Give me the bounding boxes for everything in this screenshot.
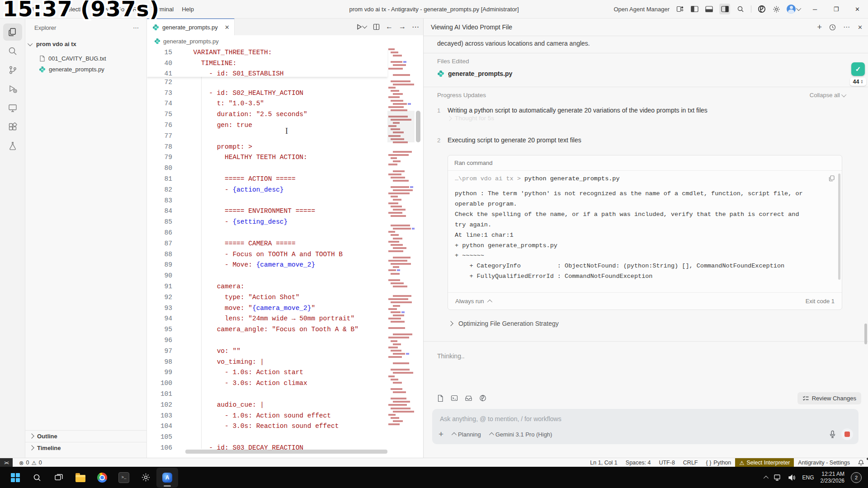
code-line[interactable]: 93 move: "{camera_move_2}" xyxy=(147,303,423,314)
add-context-icon[interactable]: + xyxy=(439,429,443,439)
progress-item[interactable]: 1 Writing a python script to automatical… xyxy=(437,107,845,114)
code-line[interactable]: 85 - {setting_desc} xyxy=(147,216,423,227)
timeline-section[interactable]: Timeline xyxy=(25,442,146,453)
code-line[interactable]: 41 - id: S01_ESTABLISH xyxy=(147,69,387,77)
progress-item[interactable]: 2 Executing script to generate 20 prompt… xyxy=(437,136,845,144)
code-line[interactable]: 88 - Focus on TOOTH A and TOOTH B xyxy=(147,249,423,260)
always-run-toggle[interactable]: Always run xyxy=(455,298,491,305)
indentation-status[interactable]: Spaces: 4 xyxy=(622,458,655,467)
settings-status[interactable]: Antigravity - Settings xyxy=(794,458,854,467)
search-icon[interactable] xyxy=(736,5,745,13)
microphone-icon[interactable] xyxy=(829,430,836,438)
code-line[interactable]: 105 xyxy=(147,432,423,442)
code-line[interactable]: 81 ===== ACTION ===== xyxy=(147,174,423,184)
antigravity-logo-icon[interactable] xyxy=(758,5,766,13)
card-scrollbar[interactable] xyxy=(838,174,840,280)
antigravity-logo-icon[interactable] xyxy=(479,394,486,402)
code-line[interactable]: 96 xyxy=(147,335,423,346)
go-back-icon[interactable]: ← xyxy=(386,23,393,31)
extensions-icon[interactable] xyxy=(3,118,22,136)
code-line[interactable]: 97 vo: "" xyxy=(147,346,423,357)
code-line[interactable]: 73 - id: S02_HEALTHY_ACTION xyxy=(147,88,423,99)
code-line[interactable]: 102 audio_cue: | xyxy=(147,399,423,410)
code-line[interactable]: 87 ===== CAMERA ===== xyxy=(147,238,423,249)
toggle-secondary-sidebar-icon[interactable] xyxy=(719,4,730,14)
task-view-button[interactable] xyxy=(48,468,70,488)
code-line[interactable]: 15 VARIANT_THREE_TEETH: xyxy=(147,47,387,58)
eol-status[interactable]: CRLF xyxy=(679,458,702,467)
menu-selection[interactable]: Selection xyxy=(59,4,91,14)
code-line[interactable]: 40 TIMELINE: xyxy=(147,58,387,69)
code-line[interactable]: 89 - Move: {camera_move_2} xyxy=(147,260,423,271)
code-line[interactable]: 79 HEALTHY TEETH ACTION: xyxy=(147,152,423,163)
horizontal-scrollbar[interactable] xyxy=(185,450,387,454)
overlay-widget[interactable]: ✓ 44 ▲▼ xyxy=(850,62,866,86)
problems-status[interactable]: ⊗0 ⚠0 xyxy=(19,460,42,466)
encoding-status[interactable]: UTF-8 xyxy=(655,458,679,467)
code-line[interactable]: 94 lens: "24mm wide → 50mm portrait" xyxy=(147,314,423,324)
minimize-button[interactable]: ─ xyxy=(804,0,826,18)
inbox-icon[interactable] xyxy=(465,394,472,402)
stop-button[interactable] xyxy=(841,428,853,440)
taskbar-search-button[interactable] xyxy=(26,468,48,488)
code-line[interactable]: 104 - 3.0s: Reaction sound effect xyxy=(147,421,423,432)
chat-input[interactable]: Ask anything, @ to mention, / for workfl… xyxy=(432,409,859,444)
copy-icon[interactable] xyxy=(829,175,835,182)
restore-button[interactable]: ❐ xyxy=(826,0,847,18)
clock[interactable]: 12:21 AM 2/23/2026 xyxy=(821,471,844,484)
notification-count-badge[interactable]: 2 xyxy=(851,472,862,483)
model-selector[interactable]: Gemini 3.1 Pro (High) xyxy=(489,431,552,438)
volume-icon[interactable] xyxy=(788,474,796,481)
language-status[interactable]: { } Python xyxy=(702,458,736,467)
run-python-file-button[interactable] xyxy=(356,23,367,30)
run-debug-icon[interactable] xyxy=(3,80,22,98)
menu-file[interactable]: File xyxy=(24,4,41,14)
notifications-bell-icon[interactable] xyxy=(854,458,868,467)
file-item-python[interactable]: generate_prompts.py xyxy=(25,64,146,75)
code-line[interactable]: 84 ===== ENVIRONMENT ===== xyxy=(147,206,423,217)
go-forward-icon[interactable]: → xyxy=(399,23,406,31)
close-button[interactable]: ✕ xyxy=(847,0,868,18)
split-editor-icon[interactable] xyxy=(373,23,380,30)
menu-terminal[interactable]: Terminal xyxy=(147,4,178,14)
new-file-icon[interactable] xyxy=(437,394,444,402)
collapse-all-button[interactable]: Collapse all xyxy=(810,92,846,99)
menu-view[interactable]: View xyxy=(92,4,113,14)
code-line[interactable]: 95 camera_angle: "Focus on Tooth A & B" xyxy=(147,324,423,335)
review-changes-button[interactable]: Review Changes xyxy=(797,392,861,404)
code-line[interactable]: 74 t: "1.0-3.5" xyxy=(147,99,423,109)
network-icon[interactable] xyxy=(774,474,782,481)
folder-root[interactable]: prom vdo ai tx xyxy=(29,41,76,47)
code-editor[interactable]: 7273 - id: S02_HEALTHY_ACTION74 t: "1.0-… xyxy=(147,47,423,458)
history-icon[interactable] xyxy=(829,24,836,31)
tray-expand-icon[interactable] xyxy=(763,475,768,480)
customize-layout-icon[interactable] xyxy=(676,5,684,13)
new-conversation-icon[interactable]: + xyxy=(817,23,822,32)
tab-generate-prompts[interactable]: generate_prompts.py ✕ xyxy=(147,18,235,35)
minimap-slider[interactable] xyxy=(387,111,415,142)
code-line[interactable]: 98 vo_timing: | xyxy=(147,357,423,367)
more-actions-icon[interactable]: ⋯ xyxy=(412,23,420,31)
antigravity-app-button[interactable]: A xyxy=(156,468,178,488)
code-line[interactable]: 99 - 1.0s: Action start xyxy=(147,367,423,378)
code-line[interactable]: 78 prompt: > xyxy=(147,141,423,152)
code-line[interactable]: 101 xyxy=(147,389,423,399)
toggle-panel-icon[interactable] xyxy=(705,5,713,13)
remote-explorer-icon[interactable] xyxy=(3,99,22,117)
chrome-button[interactable] xyxy=(91,468,113,488)
code-line[interactable]: 80 xyxy=(147,163,423,174)
panel-more-icon[interactable]: ⋯ xyxy=(843,23,850,31)
terminal-icon[interactable] xyxy=(451,394,458,402)
optimizing-section[interactable]: Optimizing File Generation Strategy xyxy=(449,320,559,327)
code-line[interactable]: 91 camera: xyxy=(147,281,423,292)
menu-help[interactable]: Help xyxy=(178,4,198,14)
code-line[interactable]: 100 - 3.0s: Action climax xyxy=(147,378,423,389)
close-tab-icon[interactable]: ✕ xyxy=(225,24,230,31)
code-line[interactable]: 90 xyxy=(147,270,423,281)
testing-icon[interactable] xyxy=(3,137,22,155)
code-line[interactable]: 86 xyxy=(147,227,423,238)
search-icon[interactable] xyxy=(3,42,22,60)
close-panel-icon[interactable]: ✕ xyxy=(858,24,863,31)
file-explorer-button[interactable] xyxy=(70,468,91,488)
menu-run[interactable]: Run xyxy=(128,4,147,14)
